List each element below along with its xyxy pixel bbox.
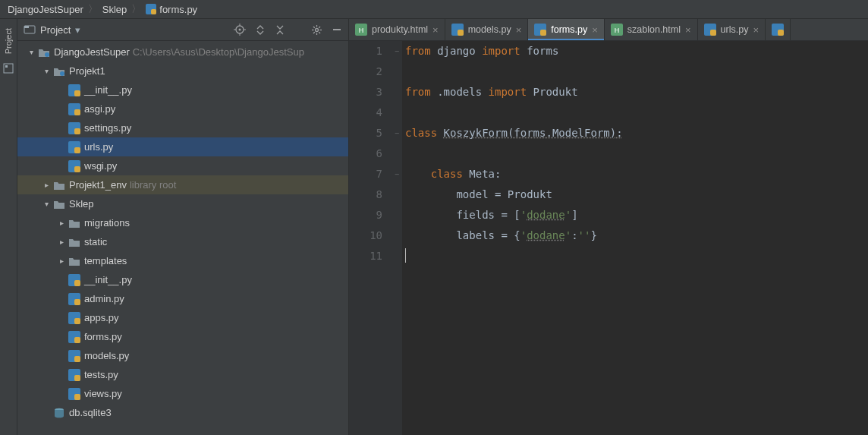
tree-row[interactable]: ▸Projekt1_envlibrary root [17, 175, 348, 194]
tree-row[interactable]: ▸forms.py [17, 327, 348, 346]
close-icon[interactable]: × [685, 24, 691, 36]
tree-row[interactable]: ▸urls.py [17, 137, 348, 156]
py-icon [68, 331, 81, 343]
fold-marker [392, 61, 402, 82]
close-icon[interactable]: × [753, 24, 759, 36]
collapse-all-button[interactable] [275, 24, 285, 35]
svg-point-12 [316, 28, 319, 31]
locate-button[interactable] [234, 24, 246, 36]
breadcrumb-folder[interactable]: Sklep [102, 4, 127, 15]
svg-rect-41 [74, 337, 80, 343]
fold-gutter[interactable]: −−− [392, 41, 402, 435]
tree-row[interactable]: ▸wsgi.py [17, 156, 348, 175]
tree-arrow-icon[interactable]: ▸ [55, 238, 68, 246]
py-file-icon [772, 24, 784, 36]
fold-marker [392, 225, 402, 246]
tree-row[interactable]: ▸templates [17, 251, 348, 270]
breadcrumb-file[interactable]: forms.py [146, 4, 197, 15]
structure-tool-icon[interactable] [3, 63, 14, 74]
tree-row[interactable]: ▸admin.py [17, 289, 348, 308]
svg-line-17 [313, 27, 315, 28]
dir-icon [68, 237, 81, 247]
close-icon[interactable]: × [432, 24, 439, 36]
tree-label: static [84, 236, 107, 247]
tree-row[interactable]: ▸models.py [17, 346, 348, 365]
tree-row[interactable]: ▸__init__.py [17, 80, 348, 99]
python-file-icon [146, 4, 156, 14]
dir-icon [52, 199, 66, 210]
tree-row[interactable]: ▾DjangoJestSuperC:\Users\Asus\Desktop\Dj… [17, 43, 348, 61]
code-line[interactable]: labels = {'dodane':''} [405, 225, 868, 246]
svg-line-19 [319, 27, 320, 28]
line-number: 6 [360, 143, 382, 164]
code-line[interactable] [405, 246, 868, 266]
tree-arrow-icon[interactable]: ▸ [40, 181, 52, 189]
close-icon[interactable]: × [516, 24, 522, 36]
settings-button[interactable] [311, 24, 322, 36]
tree-arrow-icon[interactable]: ▸ [55, 219, 68, 227]
editor-tab[interactable]: urls.py× [698, 19, 766, 40]
tree-arrow-icon[interactable]: ▾ [40, 67, 52, 75]
dropdown-arrow-icon[interactable]: ▾ [75, 24, 80, 36]
editor-area: Hprodukty.html×models.py×forms.py×Hszabl… [349, 19, 868, 435]
editor-tab[interactable]: models.py× [445, 19, 529, 40]
dir-icon [68, 256, 81, 266]
toolwindow-strip: Project [0, 19, 17, 435]
tree-arrow-icon[interactable]: ▾ [25, 48, 37, 56]
tab-label: models.py [468, 24, 511, 35]
tree-row[interactable]: ▸migrations [17, 213, 348, 232]
fold-marker[interactable]: − [392, 123, 402, 143]
svg-rect-21 [333, 29, 341, 30]
tree-row[interactable]: ▾Sklep [17, 194, 348, 213]
code-line[interactable]: class KoszykForm(forms.ModelForm): [405, 123, 868, 143]
tree-label: settings.py [84, 122, 131, 134]
fold-marker[interactable]: − [392, 41, 402, 61]
code-line[interactable]: from django import forms [405, 41, 868, 61]
tree-row[interactable]: ▸static [17, 232, 348, 251]
tree-arrow-icon[interactable]: ▾ [40, 200, 52, 208]
breadcrumb-root[interactable]: DjangoJestSuper [8, 4, 83, 15]
editor-tab[interactable]: Hprodukty.html× [349, 19, 445, 40]
breadcrumb[interactable]: DjangoJestSuper 〉 Sklep 〉 forms.py [0, 0, 868, 19]
project-tool-tab[interactable]: Project [4, 24, 13, 58]
tree-arrow-icon[interactable]: ▸ [55, 257, 68, 265]
tree-row[interactable]: ▸__init__.py [17, 270, 348, 289]
tree-label: views.py [84, 388, 122, 399]
tree-row[interactable]: ▸views.py [17, 384, 348, 403]
svg-line-18 [319, 32, 320, 33]
editor-tab-overflow[interactable] [766, 19, 791, 40]
code-line[interactable] [405, 102, 868, 123]
expand-all-button[interactable] [255, 24, 266, 35]
code-line[interactable]: model = Produkt [405, 184, 868, 205]
code-content[interactable]: from django import formsfrom .models imp… [402, 41, 868, 435]
svg-rect-43 [74, 356, 80, 362]
tree-row[interactable]: ▾Projekt1 [17, 61, 348, 80]
tree-row[interactable]: ▸settings.py [17, 118, 348, 137]
editor-tab[interactable]: forms.py× [528, 19, 605, 40]
tree-row[interactable]: ▸tests.py [17, 365, 348, 384]
code-editor[interactable]: 1234567891011 −−− from django import for… [349, 41, 868, 435]
svg-point-22 [45, 52, 49, 57]
fold-marker [392, 184, 402, 205]
close-icon[interactable]: × [592, 24, 598, 36]
fold-marker[interactable]: − [392, 164, 402, 184]
code-line[interactable]: fields = ['dodane'] [405, 205, 868, 225]
editor-tab[interactable]: Hszablon.html× [605, 19, 698, 40]
code-line[interactable] [405, 61, 868, 82]
tree-row[interactable]: ▸apps.py [17, 308, 348, 327]
editor-tabs[interactable]: Hprodukty.html×models.py×forms.py×Hszabl… [349, 19, 868, 41]
code-line[interactable] [405, 143, 868, 164]
tree-label: templates [84, 255, 127, 266]
code-line[interactable]: from .models import Produkt [405, 82, 868, 102]
chevron-right-icon: 〉 [88, 2, 98, 16]
line-number: 8 [360, 184, 382, 205]
tree-row[interactable]: ▸db.sqlite3 [17, 403, 348, 422]
project-tree[interactable]: ▾DjangoJestSuperC:\Users\Asus\Desktop\Dj… [17, 41, 348, 435]
line-number: 2 [360, 61, 382, 82]
code-line[interactable]: class Meta: [405, 164, 868, 184]
tree-label: migrations [84, 217, 130, 229]
dir-root-icon [37, 47, 51, 58]
tree-row[interactable]: ▸asgi.py [17, 99, 348, 118]
tree-label: forms.py [84, 331, 122, 342]
hide-button[interactable] [332, 24, 342, 35]
